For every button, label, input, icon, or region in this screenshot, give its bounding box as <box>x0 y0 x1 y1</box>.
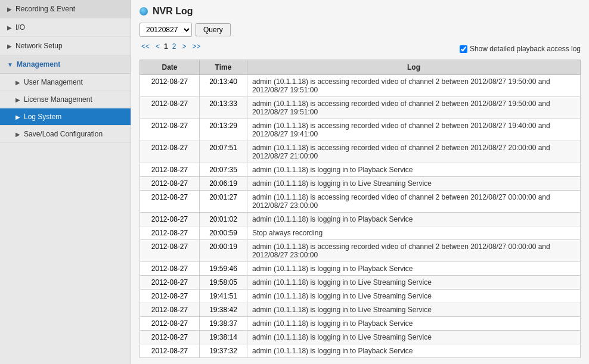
chevron-right-icon-small: ▶ <box>16 131 20 138</box>
sidebar-section-management-label: Management <box>17 60 60 69</box>
cell-log: admin (10.1.1.18) is logging in to Playb… <box>247 317 581 331</box>
cell-log: admin (10.1.1.18) is logging in to Live … <box>247 177 581 191</box>
table-row: 2012-08-27 20:01:02 admin (10.1.1.18) is… <box>140 213 581 226</box>
col-header-time: Time <box>200 60 247 75</box>
cell-time: 20:00:59 <box>200 226 247 240</box>
cell-date: 2012-08-27 <box>140 141 200 163</box>
chevron-right-icon-small: ▶ <box>16 97 20 103</box>
cell-date: 2012-08-27 <box>140 276 200 290</box>
col-header-date: Date <box>140 60 200 75</box>
cell-log: admin (10.1.1.18) is logging in to Playb… <box>247 213 581 226</box>
cell-time: 20:00:19 <box>200 240 247 262</box>
log-table: Date Time Log 2012-08-27 20:13:40 admin … <box>140 60 581 358</box>
cell-date: 2012-08-27 <box>140 344 200 358</box>
main-content: NVR Log 20120827 Query << < 1 2 > >> Sho… <box>131 0 589 364</box>
chevron-right-icon-small: ▶ <box>16 114 20 120</box>
sidebar-sub-save-load-config-label: Save/Load Configuration <box>24 130 103 138</box>
sidebar-section-management[interactable]: ▼ Management <box>0 55 131 74</box>
page-title: NVR Log <box>153 6 193 17</box>
cell-log: admin (10.1.1.18) is accessing recorded … <box>247 191 581 213</box>
col-header-log: Log <box>247 60 581 75</box>
table-row: 2012-08-27 19:38:14 admin (10.1.1.18) is… <box>140 331 581 344</box>
table-row: 2012-08-27 19:37:32 admin (10.1.1.18) is… <box>140 344 581 358</box>
cell-time: 19:41:51 <box>200 290 247 303</box>
cell-date: 2012-08-27 <box>140 191 200 213</box>
cell-log: admin (10.1.1.18) is accessing recorded … <box>247 75 581 97</box>
cell-date: 2012-08-27 <box>140 75 200 97</box>
cell-date: 2012-08-27 <box>140 331 200 344</box>
cell-date: 2012-08-27 <box>140 290 200 303</box>
date-select[interactable]: 20120827 <box>140 23 192 37</box>
chevron-right-icon-small: ▶ <box>16 79 20 86</box>
cell-time: 19:59:46 <box>200 262 247 276</box>
table-row: 2012-08-27 19:58:05 admin (10.1.1.18) is… <box>140 276 581 290</box>
cell-log: admin (10.1.1.18) is logging in to Live … <box>247 290 581 303</box>
table-row: 2012-08-27 20:13:33 admin (10.1.1.18) is… <box>140 97 581 119</box>
cell-time: 19:38:14 <box>200 331 247 344</box>
sidebar-sub-user-management[interactable]: ▶ User Management <box>0 74 131 91</box>
cell-time: 19:38:42 <box>200 303 247 317</box>
pagination: << < 1 2 > >> <box>140 42 202 51</box>
sidebar-sub-license-management[interactable]: ▶ License Management <box>0 91 131 108</box>
cell-log: admin (10.1.1.18) is accessing recorded … <box>247 240 581 262</box>
chevron-right-icon: ▶ <box>7 24 12 31</box>
table-row: 2012-08-27 20:13:40 admin (10.1.1.18) is… <box>140 75 581 97</box>
sidebar-item-network-setup[interactable]: ▶ Network Setup <box>0 37 131 55</box>
cell-time: 20:13:33 <box>200 97 247 119</box>
cell-date: 2012-08-27 <box>140 97 200 119</box>
chevron-down-icon: ▼ <box>7 61 13 68</box>
sidebar-item-network-setup-label: Network Setup <box>16 42 63 50</box>
cell-log: admin (10.1.1.18) is accessing recorded … <box>247 97 581 119</box>
cell-date: 2012-08-27 <box>140 119 200 141</box>
sidebar: ▶ Recording & Event ▶ I/O ▶ Network Setu… <box>0 0 131 364</box>
cell-time: 20:06:19 <box>200 177 247 191</box>
cell-log: admin (10.1.1.18) is logging in to Live … <box>247 331 581 344</box>
cell-time: 20:01:02 <box>200 213 247 226</box>
sidebar-sub-user-management-label: User Management <box>24 78 83 86</box>
cell-date: 2012-08-27 <box>140 177 200 191</box>
cell-date: 2012-08-27 <box>140 163 200 177</box>
pagination-next[interactable]: > <box>180 42 188 51</box>
pagination-page2[interactable]: 2 <box>170 42 178 51</box>
chevron-right-icon: ▶ <box>7 6 12 13</box>
title-dot-icon <box>140 7 148 15</box>
table-row: 2012-08-27 19:38:37 admin (10.1.1.18) is… <box>140 317 581 331</box>
pagination-prev[interactable]: < <box>154 42 162 51</box>
cell-time: 20:01:27 <box>200 191 247 213</box>
table-row: 2012-08-27 20:06:19 admin (10.1.1.18) is… <box>140 177 581 191</box>
sidebar-item-io[interactable]: ▶ I/O <box>0 18 131 37</box>
sidebar-item-recording-event[interactable]: ▶ Recording & Event <box>0 0 131 18</box>
table-row: 2012-08-27 20:13:29 admin (10.1.1.18) is… <box>140 119 581 141</box>
cell-log: admin (10.1.1.18) is logging in to Playb… <box>247 262 581 276</box>
cell-date: 2012-08-27 <box>140 317 200 331</box>
cell-log: admin (10.1.1.18) is accessing recorded … <box>247 141 581 163</box>
show-log-checkbox[interactable] <box>460 45 467 53</box>
sidebar-sub-license-management-label: License Management <box>24 95 92 104</box>
sidebar-sub-log-system[interactable]: ▶ Log System <box>0 108 131 126</box>
cell-log: admin (10.1.1.18) is logging in to Live … <box>247 276 581 290</box>
pagination-last[interactable]: >> <box>190 42 202 51</box>
table-row: 2012-08-27 20:07:35 admin (10.1.1.18) is… <box>140 163 581 177</box>
sidebar-item-recording-event-label: Recording & Event <box>16 5 75 13</box>
query-button[interactable]: Query <box>196 23 231 36</box>
table-row: 2012-08-27 20:00:59 Stop always recordin… <box>140 226 581 240</box>
cell-log: Stop always recording <box>247 226 581 240</box>
pagination-first[interactable]: << <box>140 42 151 51</box>
cell-date: 2012-08-27 <box>140 303 200 317</box>
cell-time: 19:38:37 <box>200 317 247 331</box>
table-row: 2012-08-27 20:07:51 admin (10.1.1.18) is… <box>140 141 581 163</box>
show-log-label[interactable]: Show detailed playback access log <box>460 45 581 53</box>
cell-time: 20:07:35 <box>200 163 247 177</box>
cell-time: 20:07:51 <box>200 141 247 163</box>
cell-time: 20:13:40 <box>200 75 247 97</box>
sidebar-sub-save-load-config[interactable]: ▶ Save/Load Configuration <box>0 126 131 143</box>
cell-date: 2012-08-27 <box>140 240 200 262</box>
chevron-right-icon: ▶ <box>7 43 12 49</box>
cell-time: 19:37:32 <box>200 344 247 358</box>
table-row: 2012-08-27 20:01:27 admin (10.1.1.18) is… <box>140 191 581 213</box>
page-title-row: NVR Log <box>140 6 581 17</box>
pagination-row: << < 1 2 > >> Show detailed playback acc… <box>140 42 581 56</box>
cell-log: admin (10.1.1.18) is logging in to Playb… <box>247 163 581 177</box>
toolbar: 20120827 Query <box>140 23 581 37</box>
sidebar-sub-log-system-label: Log System <box>24 113 61 121</box>
